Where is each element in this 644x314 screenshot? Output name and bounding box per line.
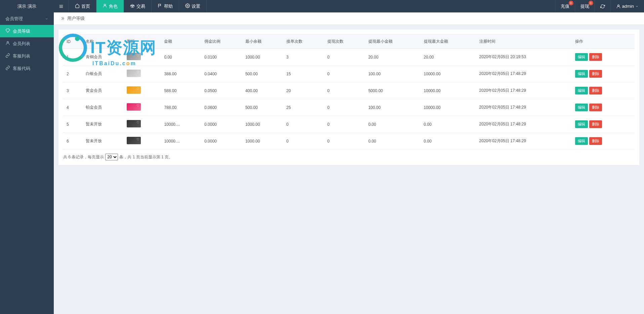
- edit-button[interactable]: 编辑: [575, 87, 588, 94]
- recharge-button[interactable]: 充值 0: [555, 0, 575, 12]
- page-size-select[interactable]: 20: [105, 154, 118, 160]
- cell: 0: [283, 116, 324, 133]
- svg-point-5: [617, 5, 619, 6]
- cell: 2020年02月05日 17:48:29: [476, 82, 572, 99]
- nav-home[interactable]: 首页: [69, 0, 96, 12]
- cell: 20.00: [420, 49, 476, 66]
- cell: 编辑删除: [572, 49, 635, 66]
- nav-label: 交易: [136, 3, 145, 9]
- level-thumb: [127, 120, 141, 127]
- col-header: 提现次数: [324, 35, 365, 49]
- cell: 2020年02月05日 17:48:29: [476, 66, 572, 82]
- diamond-icon: [5, 28, 10, 34]
- refresh-icon: [600, 4, 605, 9]
- cell: [123, 116, 161, 133]
- page-title: 用户等级: [67, 15, 85, 22]
- cell: [123, 82, 161, 99]
- sidebar: 会员管理 会员等级会员列表客服列表客服代码: [0, 12, 54, 314]
- level-thumb: [127, 86, 141, 94]
- cell: 400.00: [242, 82, 283, 99]
- nav-flag[interactable]: 帮助: [152, 0, 179, 12]
- refresh-button[interactable]: [595, 0, 610, 12]
- cell: 3: [63, 82, 82, 99]
- edit-button[interactable]: 编辑: [575, 70, 588, 78]
- cell: 0: [324, 116, 365, 133]
- svg-point-6: [7, 41, 9, 43]
- col-header: 注册时间: [476, 35, 572, 49]
- cell: 10000....: [161, 133, 201, 150]
- cell: 白银会员: [82, 66, 123, 82]
- cell: 388.00: [161, 66, 201, 82]
- table-row: 1青铜会员0.000.01001000.003020.0020.002020年0…: [63, 49, 635, 66]
- sidebar-group-member[interactable]: 会员管理: [0, 12, 54, 25]
- nav-label: 首页: [81, 3, 90, 9]
- sidebar-item-3[interactable]: 客服代码: [0, 62, 54, 75]
- cell: 10000....: [161, 116, 201, 133]
- edit-button[interactable]: 编辑: [575, 120, 588, 128]
- pager-suffix: 条，共 1 页当前显示第 1 页。: [119, 154, 173, 160]
- cell: 5000.00: [365, 82, 420, 99]
- user-menu[interactable]: admin: [610, 0, 644, 12]
- withdraw-label: 提现: [580, 3, 589, 9]
- cell: 0.00: [365, 116, 420, 133]
- sidebar-item-label: 会员列表: [13, 41, 30, 47]
- cell: 编辑删除: [572, 133, 635, 150]
- cell: 0.0400: [201, 66, 242, 82]
- cell: 1000.00: [242, 49, 283, 66]
- table-row: 4铂金会员788.000.0600500.00250100.0010000.00…: [63, 99, 635, 116]
- cell: 2020年02月05日 20:19:53: [476, 49, 572, 66]
- nav-label: 设置: [192, 3, 200, 9]
- top-header: 演示 演示 首页角色交易帮助设置 充值 0 提现 0 admin: [0, 0, 644, 12]
- delete-button[interactable]: 删除: [589, 104, 602, 111]
- col-header: 名称: [82, 35, 123, 49]
- cell: 10000.00: [420, 66, 476, 82]
- sidebar-item-1[interactable]: 会员列表: [0, 37, 54, 50]
- cell: [123, 133, 161, 150]
- delete-button[interactable]: 删除: [589, 53, 602, 61]
- cell: 5: [63, 116, 82, 133]
- pagination: 共 6 条记录，每页显示 20 条，共 1 页当前显示第 1 页。: [63, 154, 635, 160]
- username: admin: [622, 4, 634, 9]
- cell: 25: [283, 99, 324, 116]
- sidebar-item-label: 客服列表: [13, 53, 30, 59]
- col-header: 操作: [572, 35, 635, 49]
- edit-button[interactable]: 编辑: [575, 53, 588, 61]
- col-header: 金额: [161, 35, 201, 49]
- user-icon: [616, 4, 621, 9]
- cell: [123, 99, 161, 116]
- cell: 588.00: [161, 82, 201, 99]
- withdraw-button[interactable]: 提现 0: [575, 0, 595, 12]
- nav-scale[interactable]: 交易: [124, 0, 152, 12]
- cell: 编辑删除: [572, 116, 635, 133]
- cell: 0: [324, 82, 365, 99]
- cell: 1: [63, 49, 82, 66]
- cell: 0: [283, 133, 324, 150]
- cell: 编辑删除: [572, 82, 635, 99]
- delete-button[interactable]: 删除: [589, 70, 602, 78]
- delete-button[interactable]: 删除: [589, 137, 602, 145]
- chevron-down-icon: [45, 16, 48, 21]
- nav-user[interactable]: 角色: [96, 0, 124, 12]
- col-header: ID: [63, 35, 82, 49]
- link-icon: [5, 66, 10, 71]
- cell: 10000.00: [420, 99, 476, 116]
- cell: 铂金会员: [82, 99, 123, 116]
- nav-gear[interactable]: 设置: [179, 0, 207, 12]
- sidebar-item-2[interactable]: 客服列表: [0, 50, 54, 62]
- cell: 0.0600: [201, 99, 242, 116]
- cell: 黄金会员: [82, 82, 123, 99]
- edit-button[interactable]: 编辑: [575, 137, 588, 145]
- edit-button[interactable]: 编辑: [575, 104, 588, 111]
- cell: 788.00: [161, 99, 201, 116]
- chevron-right-icon: [60, 16, 65, 21]
- delete-button[interactable]: 删除: [589, 120, 602, 128]
- delete-button[interactable]: 删除: [589, 87, 602, 94]
- content-card: ID名称图标金额佣金比例最小余额接单次数提现次数提现最小金额提现最大金额注册时间…: [58, 30, 639, 165]
- cell: 10000.00: [420, 82, 476, 99]
- user-icon: [103, 3, 107, 9]
- sidebar-toggle[interactable]: [54, 0, 69, 12]
- cell: 2020年02月05日 17:48:29: [476, 133, 572, 150]
- level-thumb: [127, 137, 141, 144]
- cell: 0: [324, 133, 365, 150]
- sidebar-item-0[interactable]: 会员等级: [0, 25, 54, 37]
